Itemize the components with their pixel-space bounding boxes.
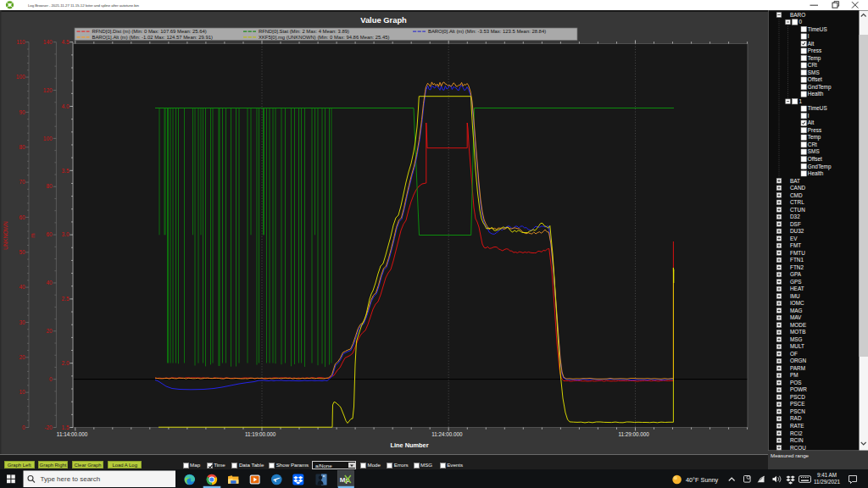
svg-text:POWR: POWR [790,386,807,392]
svg-text:0: 0 [22,424,25,430]
svg-text:IMU: IMU [790,293,800,299]
svg-text:XKF5[0].mg (UNKNOWN) (Min: 0 M: XKF5[0].mg (UNKNOWN) (Min: 0 Max: 94.86 … [259,35,390,40]
svg-text:CMD: CMD [790,192,803,198]
svg-text:3.5: 3.5 [62,168,70,174]
svg-text:MAG: MAG [790,308,803,313]
svg-text:11:19:00.000: 11:19:00.000 [245,431,276,437]
svg-text:GPA: GPA [790,271,802,277]
svg-text:30: 30 [19,319,25,325]
svg-text:FMTU: FMTU [790,250,805,256]
svg-text:SMS: SMS [808,148,820,154]
svg-text:Measured range: Measured range [771,452,810,458]
svg-text:EV: EV [790,236,798,241]
svg-text:CTRL: CTRL [790,199,804,205]
svg-text:80: 80 [19,144,25,150]
svg-text:CRt: CRt [808,141,817,147]
svg-text:RCIN: RCIN [790,437,804,443]
svg-text:GndTemp: GndTemp [808,164,832,170]
svg-text:Log Browser - 2021-11-27 11-15: Log Browser - 2021-11-27 11-15-12 loiter… [28,3,140,8]
svg-text:10: 10 [19,389,25,395]
svg-text:RAD: RAD [790,415,802,421]
svg-text:Health: Health [808,170,824,176]
svg-text:PM: PM [790,372,798,378]
svg-text:20: 20 [46,328,53,334]
svg-text:60: 60 [46,231,53,237]
svg-text:I: I [808,33,810,39]
svg-text:SMS: SMS [808,69,820,75]
svg-text:50: 50 [19,249,25,255]
svg-text:CRt: CRt [808,62,817,68]
svg-text:Offset: Offset [808,76,822,82]
svg-text:11/29/2021: 11/29/2021 [814,479,841,485]
svg-text:20: 20 [19,354,25,360]
svg-text:9:41 AM: 9:41 AM [817,472,837,478]
svg-text:GPS: GPS [790,279,802,285]
svg-text:70: 70 [19,179,25,185]
svg-text:2.5: 2.5 [62,296,70,302]
svg-text:4.0: 4.0 [62,103,70,109]
svg-text:RFND[0].Stat (Min: 2 Max: 4 Me: RFND[0].Stat (Min: 2 Max: 4 Mean: 3.89) [259,29,349,34]
svg-text:D32: D32 [790,214,800,219]
svg-text:40: 40 [19,284,25,290]
svg-text:11:24:00.000: 11:24:00.000 [431,431,463,437]
svg-text:HEAT: HEAT [790,286,804,291]
svg-text:m: m [30,233,36,237]
svg-text:BARO[0].Alt (m) (Min: -3.53 Ma: BARO[0].Alt (m) (Min: -3.53 Max: 123.5 M… [428,29,546,34]
svg-text:ORGN: ORGN [790,358,807,363]
svg-text:CTUN: CTUN [790,207,805,213]
svg-text:FTN2: FTN2 [790,264,804,270]
svg-text:40: 40 [46,280,53,286]
svg-text:OF: OF [790,351,798,357]
svg-text:110: 110 [16,39,25,45]
svg-text:BARO[1].Alt (m) (Min: -1.02 Ma: BARO[1].Alt (m) (Min: -1.02 Max: 124.57 … [92,35,213,40]
svg-text:120: 120 [43,87,53,93]
svg-text:Health: Health [808,91,824,97]
svg-text:Value Graph: Value Graph [360,15,407,25]
svg-text:TimeUS: TimeUS [808,26,827,32]
svg-text:RCI2: RCI2 [790,430,803,436]
svg-text:PARM: PARM [790,365,805,371]
svg-text:2.0: 2.0 [62,360,70,366]
svg-text:1.5: 1.5 [62,424,70,430]
svg-text:RCOU: RCOU [790,445,806,451]
svg-text:FMT: FMT [790,242,801,248]
svg-text:4.5: 4.5 [62,39,70,45]
svg-text:BAT: BAT [790,178,800,184]
svg-text:POS: POS [790,380,802,385]
svg-text:I: I [808,113,810,119]
svg-text:0: 0 [49,376,53,382]
svg-text:DU32: DU32 [790,228,804,234]
svg-text:Temp: Temp [808,55,821,62]
svg-text:MODE: MODE [790,322,806,328]
svg-text:CAND: CAND [790,185,805,191]
svg-text:0: 0 [799,19,803,25]
svg-text:Press: Press [808,47,821,53]
svg-text:80: 80 [46,183,53,189]
svg-text:90: 90 [19,109,25,115]
svg-text:140: 140 [43,39,53,45]
svg-text:Press: Press [808,127,821,133]
svg-text:MAV: MAV [790,314,802,320]
svg-text:Temp: Temp [808,134,821,141]
svg-text:PSCN: PSCN [790,408,805,414]
svg-text:100: 100 [16,74,25,80]
svg-text:3.0: 3.0 [62,231,70,237]
svg-text:RATE: RATE [790,423,804,429]
svg-text:Type here to search: Type here to search [41,475,101,483]
svg-text:MSG: MSG [790,336,803,342]
svg-text:11:29:00.000: 11:29:00.000 [618,431,649,437]
svg-text:PSCD: PSCD [790,394,805,400]
svg-text:100: 100 [43,136,53,141]
svg-text:DSF: DSF [790,221,801,227]
svg-text:60: 60 [19,214,25,220]
svg-text:BARO: BARO [790,12,805,18]
svg-text:Offset: Offset [808,156,822,162]
svg-text:Alt: Alt [808,41,815,47]
svg-text:RFND[0].Dist (m) (Min: 0 Max:: RFND[0].Dist (m) (Min: 0 Max: 107.69 Mea… [92,29,207,34]
svg-text:TimeUS: TimeUS [808,105,827,111]
svg-text:UNKNOWN: UNKNOWN [3,221,8,250]
svg-text:IOMC: IOMC [790,300,804,306]
svg-text:-20: -20 [44,424,53,430]
svg-text:PSCE: PSCE [790,401,804,407]
svg-text:40°F Sunny: 40°F Sunny [686,476,719,484]
